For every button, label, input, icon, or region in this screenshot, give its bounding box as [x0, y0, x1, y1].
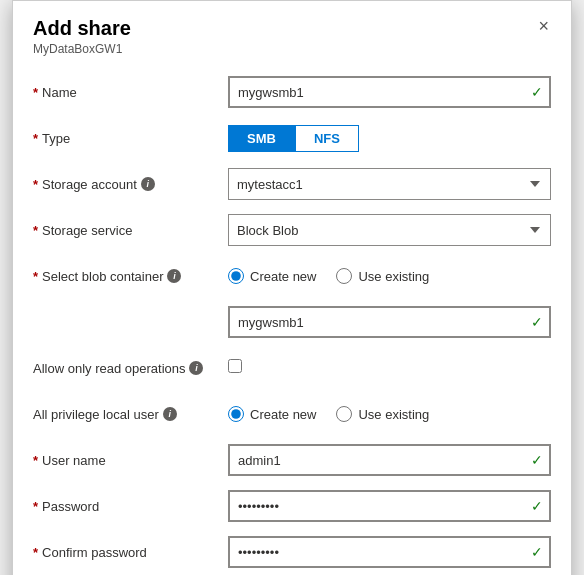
privilege-use-existing-radio[interactable] [336, 406, 352, 422]
storage-service-dropdown[interactable]: Block Blob [228, 214, 551, 246]
username-check-icon: ✓ [531, 452, 543, 468]
allow-readonly-row: Allow only read operations i [33, 352, 551, 384]
name-control: ✓ [228, 76, 551, 108]
storage-service-control: Block Blob [228, 214, 551, 246]
password-row: * Password ✓ [33, 490, 551, 522]
nfs-button[interactable]: NFS [295, 125, 359, 152]
password-required: * [33, 499, 38, 514]
dialog-header: Add share MyDataBoxGW1 × [13, 1, 571, 64]
blob-name-row: ✓ [228, 306, 551, 338]
blob-create-new-radio[interactable] [228, 268, 244, 284]
name-required: * [33, 85, 38, 100]
storage-account-info-icon[interactable]: i [141, 177, 155, 191]
blob-container-radio-group: Create new Use existing [228, 268, 551, 284]
storage-service-row: * Storage service Block Blob [33, 214, 551, 246]
confirm-password-input[interactable] [228, 536, 551, 568]
blob-name-input[interactable] [228, 306, 551, 338]
privilege-create-new-label[interactable]: Create new [228, 406, 316, 422]
blob-container-required: * [33, 269, 38, 284]
smb-button[interactable]: SMB [228, 125, 295, 152]
blob-container-info-icon[interactable]: i [167, 269, 181, 283]
privilege-label: All privilege local user i [33, 407, 228, 422]
password-label: * Password [33, 499, 228, 514]
add-share-dialog: Add share MyDataBoxGW1 × * Name ✓ * Type [12, 0, 572, 575]
blob-name-check-icon: ✓ [531, 314, 543, 330]
dialog-body: * Name ✓ * Type SMB NFS * [13, 64, 571, 575]
confirm-password-control: ✓ [228, 536, 551, 568]
confirm-password-required: * [33, 545, 38, 560]
blob-name-input-wrapper: ✓ [228, 306, 551, 338]
type-toggle: SMB NFS [228, 125, 551, 152]
username-input[interactable] [228, 444, 551, 476]
blob-use-existing-label[interactable]: Use existing [336, 268, 429, 284]
password-input-wrapper: ✓ [228, 490, 551, 522]
blob-container-label: * Select blob container i [33, 269, 228, 284]
privilege-radio-group: Create new Use existing [228, 406, 551, 422]
confirm-password-input-wrapper: ✓ [228, 536, 551, 568]
username-required: * [33, 453, 38, 468]
dialog-title: Add share [33, 17, 551, 40]
name-row: * Name ✓ [33, 76, 551, 108]
name-check-icon: ✓ [531, 84, 543, 100]
blob-use-existing-radio[interactable] [336, 268, 352, 284]
privilege-create-new-radio[interactable] [228, 406, 244, 422]
confirm-password-row: * Confirm password ✓ [33, 536, 551, 568]
allow-readonly-info-icon[interactable]: i [189, 361, 203, 375]
name-label: * Name [33, 85, 228, 100]
confirm-password-check-icon: ✓ [531, 544, 543, 560]
type-label: * Type [33, 131, 228, 146]
username-label: * User name [33, 453, 228, 468]
confirm-password-label: * Confirm password [33, 545, 228, 560]
close-button[interactable]: × [532, 15, 555, 37]
storage-account-required: * [33, 177, 38, 192]
username-input-wrapper: ✓ [228, 444, 551, 476]
storage-account-control: mytestacc1 [228, 168, 551, 200]
username-control: ✓ [228, 444, 551, 476]
storage-account-row: * Storage account i mytestacc1 [33, 168, 551, 200]
storage-account-label: * Storage account i [33, 177, 228, 192]
allow-readonly-checkbox[interactable] [228, 359, 242, 373]
password-check-icon: ✓ [531, 498, 543, 514]
blob-create-new-label[interactable]: Create new [228, 268, 316, 284]
name-input-wrapper: ✓ [228, 76, 551, 108]
password-input[interactable] [228, 490, 551, 522]
name-input[interactable] [228, 76, 551, 108]
username-row: * User name ✓ [33, 444, 551, 476]
type-required: * [33, 131, 38, 146]
blob-container-row: * Select blob container i Create new Use… [33, 260, 551, 292]
allow-readonly-label: Allow only read operations i [33, 361, 228, 376]
storage-account-dropdown[interactable]: mytestacc1 [228, 168, 551, 200]
dialog-subtitle: MyDataBoxGW1 [33, 42, 551, 56]
type-row: * Type SMB NFS [33, 122, 551, 154]
privilege-row: All privilege local user i Create new Us… [33, 398, 551, 430]
allow-readonly-control [228, 359, 551, 377]
privilege-info-icon[interactable]: i [163, 407, 177, 421]
privilege-use-existing-label[interactable]: Use existing [336, 406, 429, 422]
password-control: ✓ [228, 490, 551, 522]
storage-service-required: * [33, 223, 38, 238]
storage-service-label: * Storage service [33, 223, 228, 238]
